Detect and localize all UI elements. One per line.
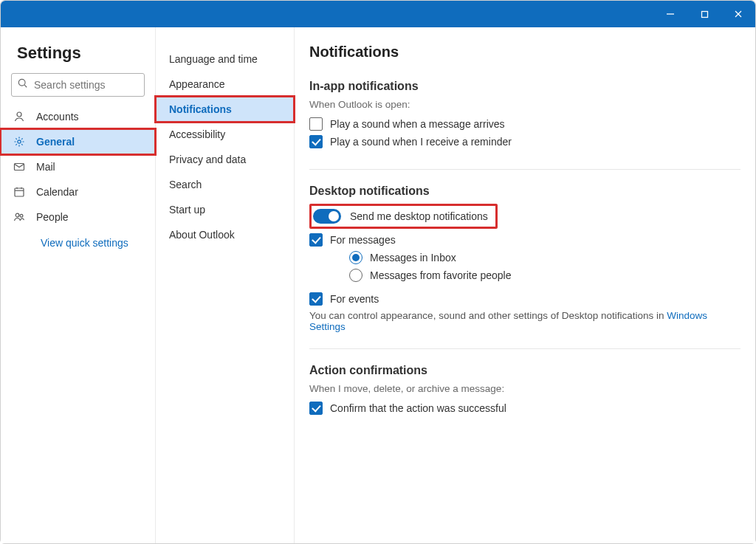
subnav-item-about-outlook[interactable]: About Outlook <box>156 222 294 247</box>
svg-point-7 <box>18 140 21 143</box>
section-subtitle-inapp: When Outlook is open: <box>309 99 740 110</box>
gear-icon <box>13 136 26 148</box>
subnav-item-label: Search <box>169 179 202 190</box>
radio-row-favorite[interactable]: Messages from favorite people <box>309 269 740 282</box>
svg-rect-9 <box>15 188 24 196</box>
checkbox-row-for-messages[interactable]: For messages <box>309 233 740 247</box>
section-subtitle-action: When I move, delete, or archive a messag… <box>309 383 740 394</box>
radio-label: Messages from favorite people <box>370 269 511 281</box>
main-panel: Notifications In-app notifications When … <box>295 27 755 543</box>
primary-sidebar: Settings AccountsGeneralMailCalendarPeop… <box>1 27 156 543</box>
checkbox-for-messages[interactable] <box>309 233 323 247</box>
sidebar-item-label: Mail <box>36 161 55 173</box>
checkbox-row-sound-reminder[interactable]: Play a sound when I receive a reminder <box>309 135 740 148</box>
subnav-item-notifications[interactable]: Notifications <box>156 97 294 122</box>
checkbox-label: For messages <box>330 234 396 246</box>
subnav-item-language-and-time[interactable]: Language and time <box>156 47 294 72</box>
section-title-inapp: In-app notifications <box>309 80 740 93</box>
checkbox-confirm-action[interactable] <box>309 402 323 415</box>
checkbox-row-confirm-action[interactable]: Confirm that the action was successful <box>309 402 740 415</box>
radio-messages-favorite[interactable] <box>349 269 362 282</box>
minimize-button[interactable] <box>653 1 687 27</box>
maximize-button[interactable] <box>687 1 721 27</box>
subnav-item-appearance[interactable]: Appearance <box>156 72 294 97</box>
sidebar-item-label: Accounts <box>36 111 79 123</box>
settings-title: Settings <box>1 44 155 70</box>
subnav-item-label: Privacy and data <box>169 154 246 165</box>
toggle-desktop-notifications[interactable] <box>313 209 341 224</box>
checkbox-label: Play a sound when I receive a reminder <box>330 136 512 148</box>
subnav-item-search[interactable]: Search <box>156 172 294 197</box>
content-area: Settings AccountsGeneralMailCalendarPeop… <box>1 27 755 543</box>
settings-window: Settings AccountsGeneralMailCalendarPeop… <box>0 0 756 544</box>
checkbox-sound-message[interactable] <box>309 117 323 131</box>
radio-label: Messages in Inbox <box>370 252 456 264</box>
sidebar-item-calendar[interactable]: Calendar <box>1 179 155 204</box>
view-quick-settings-link[interactable]: View quick settings <box>1 230 155 256</box>
desktop-notif-description: You can control appearance, sound and ot… <box>309 310 740 332</box>
section-action-confirmations: Action confirmations When I move, delete… <box>309 364 740 435</box>
title-bar <box>1 1 755 27</box>
sidebar-item-accounts[interactable]: Accounts <box>1 104 155 129</box>
svg-line-5 <box>24 85 27 87</box>
section-title-desktop: Desktop notifications <box>309 185 740 198</box>
section-inapp-notifications: In-app notifications When Outlook is ope… <box>309 80 740 170</box>
search-settings-input-wrap[interactable] <box>11 73 145 97</box>
checkbox-row-for-events[interactable]: For events <box>309 292 740 306</box>
person-icon <box>13 111 26 123</box>
sidebar-item-label: Calendar <box>36 186 78 198</box>
toggle-label: Send me desktop notifications <box>350 210 488 222</box>
subnav-item-label: About Outlook <box>169 229 235 241</box>
mail-icon <box>13 161 26 173</box>
checkbox-label: Confirm that the action was successful <box>330 402 506 414</box>
sidebar-item-mail[interactable]: Mail <box>1 154 155 179</box>
sidebar-item-label: General <box>36 136 75 148</box>
sidebar-item-people[interactable]: People <box>1 204 155 230</box>
section-title-action: Action confirmations <box>309 364 740 377</box>
subnav-item-start-up[interactable]: Start up <box>156 197 294 222</box>
secondary-sidebar: Language and timeAppearanceNotifications… <box>156 27 295 543</box>
subnav-item-privacy-and-data[interactable]: Privacy and data <box>156 147 294 172</box>
search-settings-input[interactable] <box>32 78 165 92</box>
subnav-item-label: Notifications <box>169 103 232 115</box>
checkbox-for-events[interactable] <box>309 292 323 306</box>
sidebar-item-label: People <box>36 211 69 223</box>
svg-rect-1 <box>701 11 707 17</box>
close-button[interactable] <box>721 1 755 27</box>
section-desktop-notifications: Desktop notifications Send me desktop no… <box>309 185 740 349</box>
sidebar-item-general[interactable]: General <box>1 129 155 154</box>
subnav-item-label: Start up <box>169 204 205 216</box>
svg-point-14 <box>20 214 23 217</box>
people-icon <box>13 211 26 223</box>
page-title: Notifications <box>309 44 740 61</box>
subnav-item-accessibility[interactable]: Accessibility <box>156 122 294 147</box>
svg-point-4 <box>18 79 25 86</box>
svg-point-13 <box>16 213 19 217</box>
checkbox-label: Play a sound when a message arrives <box>330 118 505 130</box>
subnav-item-label: Language and time <box>169 53 258 65</box>
checkbox-sound-reminder[interactable] <box>309 135 323 148</box>
checkbox-label: For events <box>330 293 379 305</box>
subnav-item-label: Accessibility <box>169 128 225 140</box>
svg-point-6 <box>17 112 21 117</box>
radio-messages-inbox[interactable] <box>349 251 362 264</box>
search-icon <box>18 78 28 92</box>
radio-row-inbox[interactable]: Messages in Inbox <box>309 251 740 264</box>
subnav-item-label: Appearance <box>169 78 225 90</box>
checkbox-row-sound-message[interactable]: Play a sound when a message arrives <box>309 117 740 131</box>
toggle-desktop-notifications-highlight: Send me desktop notifications <box>309 204 498 229</box>
calendar-icon <box>13 186 26 198</box>
